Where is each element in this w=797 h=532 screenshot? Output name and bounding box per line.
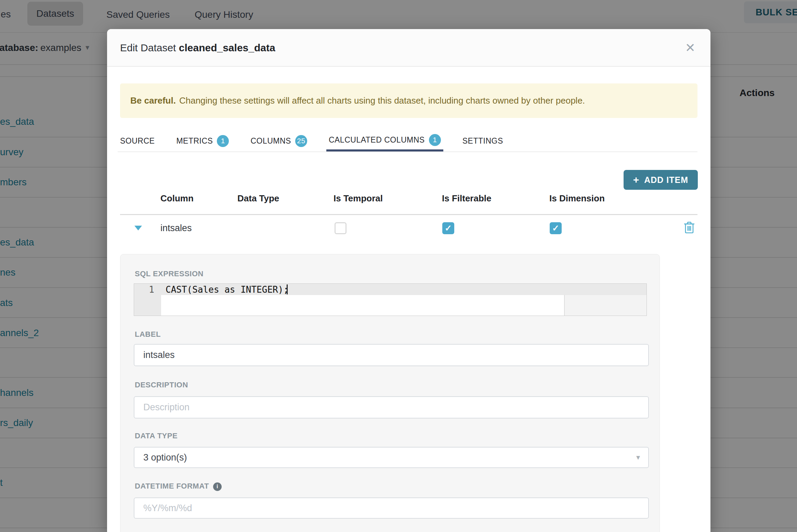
info-icon[interactable]: i: [213, 482, 222, 491]
description-field-label: DESCRIPTION: [135, 381, 188, 389]
sql-expression-code: CAST(Sales as INTEGER);: [166, 284, 289, 295]
screen: es Datasets Saved Queries Query History …: [0, 0, 797, 532]
label-input[interactable]: [134, 344, 649, 366]
editor-cursor: [287, 284, 288, 294]
modal-title: Edit Dataset cleaned_sales_data: [120, 42, 275, 54]
tab-metrics[interactable]: METRICS 1: [174, 130, 231, 151]
warning-banner: Be careful. Changing these settings will…: [120, 83, 697, 118]
calculated-column-name: intsales: [160, 223, 192, 234]
column-header-column: Column: [160, 193, 194, 204]
column-header-is-filterable: Is Filterable: [442, 193, 492, 204]
close-icon[interactable]: ✕: [685, 41, 695, 55]
delete-row-trash-icon[interactable]: [684, 221, 695, 234]
table-header-divider: [120, 214, 697, 215]
tab-label: METRICS: [176, 136, 213, 146]
tab-count-badge: 25: [295, 135, 307, 147]
tab-columns[interactable]: COLUMNS 25: [248, 130, 310, 151]
data-type-select[interactable]: 3 option(s) ▾: [134, 447, 649, 468]
is-filterable-checkbox[interactable]: ✓: [442, 222, 454, 234]
datetime-format-input[interactable]: [134, 497, 649, 519]
tab-label: CALCULATED COLUMNS: [329, 135, 425, 145]
collapse-row-caret-icon[interactable]: [134, 226, 142, 230]
add-item-label: ADD ITEM: [644, 175, 688, 185]
data-type-field-label: DATA TYPE: [135, 431, 178, 440]
sql-expression-editor[interactable]: 1 CAST(Sales as INTEGER);: [134, 283, 647, 316]
tab-count-badge: 1: [429, 134, 441, 146]
tab-label: COLUMNS: [250, 136, 291, 146]
modal-title-prefix: Edit Dataset: [120, 42, 179, 53]
edit-dataset-modal: Edit Dataset cleaned_sales_data ✕ Be car…: [107, 29, 710, 532]
column-header-is-dimension: Is Dimension: [549, 193, 605, 204]
select-caret-icon: ▾: [636, 453, 640, 462]
data-type-value: 3 option(s): [143, 452, 187, 463]
column-header-data-type: Data Type: [237, 193, 279, 204]
tab-count-badge: 1: [217, 135, 229, 147]
plus-icon: +: [633, 174, 640, 186]
description-input[interactable]: [134, 396, 649, 418]
modal-title-dataset-name: cleaned_sales_data: [179, 42, 275, 53]
tab-label: SETTINGS: [462, 136, 503, 146]
datetime-format-label-text: DATETIME FORMAT: [135, 482, 209, 490]
tab-calculated-columns[interactable]: CALCULATED COLUMNS 1: [326, 130, 443, 151]
modal-header: Edit Dataset cleaned_sales_data ✕: [107, 29, 710, 67]
is-temporal-checkbox[interactable]: ✓: [335, 222, 347, 234]
modal-tabbar: SOURCE METRICS 1 COLUMNS 25 CALCULATED C…: [118, 130, 697, 152]
sql-expression-label: SQL EXPRESSION: [135, 269, 204, 278]
check-icon: ✓: [552, 224, 559, 232]
editor-gutter: 1: [134, 284, 161, 316]
label-field-label: LABEL: [135, 330, 161, 339]
tab-label: SOURCE: [120, 136, 155, 146]
check-icon: ✓: [445, 224, 452, 232]
column-header-is-temporal: Is Temporal: [334, 193, 383, 204]
is-dimension-checkbox[interactable]: ✓: [550, 222, 562, 234]
tab-settings[interactable]: SETTINGS: [460, 130, 506, 151]
warning-banner-text: Changing these settings will affect all …: [179, 95, 585, 106]
add-item-button[interactable]: + ADD ITEM: [624, 170, 698, 190]
tab-source[interactable]: SOURCE: [118, 130, 157, 151]
warning-banner-bold: Be careful.: [130, 95, 176, 106]
calculated-column-detail-panel: SQL EXPRESSION 1 CAST(Sales as INTEGER);…: [120, 254, 660, 532]
datetime-format-field-label: DATETIME FORMATi: [135, 482, 222, 491]
